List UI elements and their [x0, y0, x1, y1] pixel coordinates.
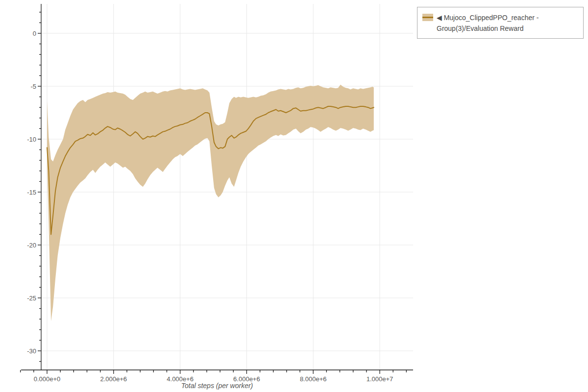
chart-canvas: 0-5-10-15-20-25-300.000e+02.000e+64.000e…	[0, 0, 588, 392]
legend-label: ◀ Mujoco_ClippedPPO_reacher - Group(3)/E…	[437, 12, 578, 34]
y-tick-label: -30	[27, 347, 36, 355]
y-tick-label: 0	[33, 30, 36, 37]
x-tick-label: 1.000e+7	[367, 375, 393, 383]
x-tick-label: 2.000e+6	[100, 375, 127, 383]
x-tick-label: 0.000e+0	[34, 375, 61, 383]
legend-band-swatch-icon	[422, 14, 433, 21]
y-tick-label: -5	[30, 83, 36, 90]
x-tick-label: 8.000e+6	[300, 375, 327, 383]
legend-box: ◀ Mujoco_ClippedPPO_reacher - Group(3)/E…	[417, 7, 584, 39]
legend-line-swatch-icon	[422, 17, 433, 18]
y-tick-label: -25	[27, 294, 36, 302]
legend-item[interactable]: ◀ Mujoco_ClippedPPO_reacher - Group(3)/E…	[422, 12, 578, 34]
tick-labels: 0-5-10-15-20-25-300.000e+02.000e+64.000e…	[27, 30, 393, 383]
x-axis-title: Total steps (per worker)	[181, 382, 253, 390]
y-tick-label: -15	[27, 189, 36, 196]
y-tick-label: -20	[27, 242, 36, 249]
gridlines	[41, 4, 413, 370]
y-tick-label: -10	[27, 136, 36, 143]
reward-chart-panel: 0-5-10-15-20-25-300.000e+02.000e+64.000e…	[0, 0, 588, 392]
